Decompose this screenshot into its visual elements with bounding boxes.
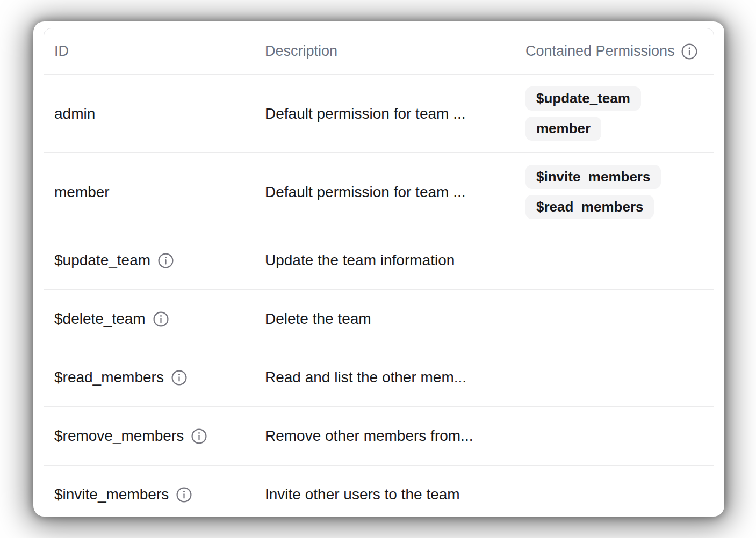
row-id-label: $update_team [54,252,150,269]
row-id-label: $remove_members [54,427,184,445]
row-id-label: $read_members [54,369,164,386]
row-contained-permissions [525,348,714,406]
permissions-table: ID Description Contained Permissions adm… [44,28,714,517]
row-description: Remove other members from... [265,427,525,445]
info-icon[interactable] [681,43,698,60]
permission-badge: $update_team [525,86,641,111]
row-id-label: admin [54,105,95,122]
permission-badge: $invite_members [525,165,661,189]
row-description: Update the team information [265,252,525,269]
row-id-cell: $invite_members [44,486,265,503]
info-icon[interactable] [171,369,188,386]
permission-badge: $read_members [525,195,654,219]
row-id-cell: $delete_team [44,310,265,328]
row-id-cell: admin [44,105,265,122]
permission-badge: member [525,117,601,141]
table-body: admin Default permission for team ... $u… [44,75,714,517]
column-header-id: ID [44,43,265,60]
row-contained-permissions [525,290,714,348]
info-icon[interactable] [157,252,174,269]
table-row: $read_members Read and list the other me… [44,348,714,407]
row-contained-permissions: $update_teammember [525,75,714,152]
table-row: admin Default permission for team ... $u… [44,75,714,153]
column-header-label: Contained Permissions [525,43,675,60]
page: ID Description Contained Permissions adm… [0,0,756,538]
info-icon[interactable] [153,311,169,328]
table-row: member Default permission for team ... $… [44,153,714,231]
row-id-label: member [54,184,110,201]
row-description: Invite other users to the team [265,486,525,503]
row-contained-permissions [525,231,714,289]
row-contained-permissions [525,466,714,517]
table-row: $remove_members Remove other members fro… [44,407,714,466]
row-id-cell: $read_members [44,369,265,386]
info-icon[interactable] [176,486,192,503]
row-description: Default permission for team ... [265,105,525,122]
column-header-description: Description [265,43,525,60]
row-id-label: $delete_team [54,310,146,328]
permissions-card: ID Description Contained Permissions adm… [33,21,724,517]
row-id-cell: member [44,184,265,201]
row-contained-permissions [525,407,714,465]
column-header-contained-permissions: Contained Permissions [525,43,714,60]
row-id-cell: $remove_members [44,427,265,445]
info-icon[interactable] [191,428,207,445]
row-description: Delete the team [265,310,525,328]
table-row: $invite_members Invite other users to th… [44,466,714,517]
row-contained-permissions: $invite_members$read_members [525,153,714,231]
table-header-row: ID Description Contained Permissions [44,28,714,75]
table-row: $update_team Update the team information [44,231,714,290]
row-id-cell: $update_team [44,252,265,269]
row-id-label: $invite_members [54,486,169,503]
row-description: Read and list the other mem... [265,369,525,386]
row-description: Default permission for team ... [265,184,525,201]
table-row: $delete_team Delete the team [44,290,714,348]
